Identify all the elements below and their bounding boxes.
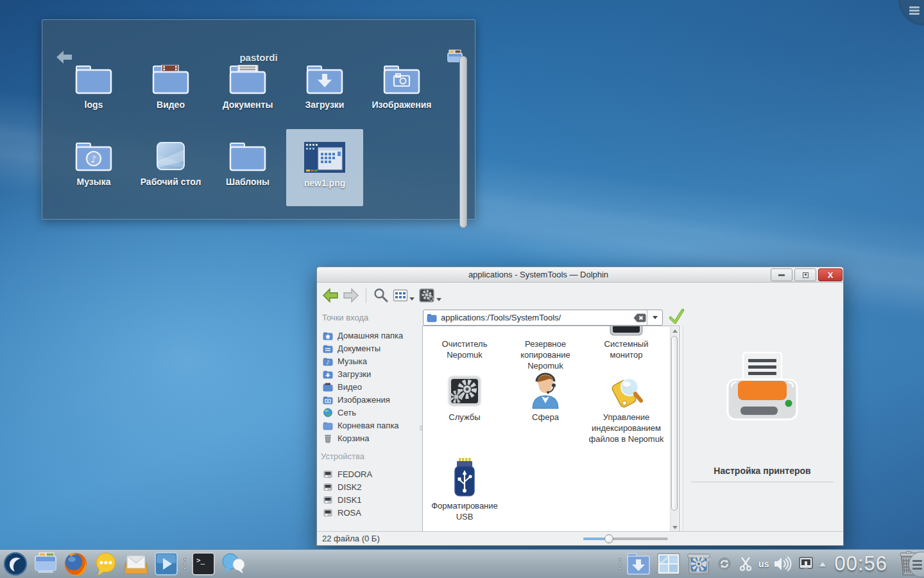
folder-item-templates[interactable]: Шаблоны <box>209 129 286 206</box>
location-bar[interactable]: applications:/Tools/SystemTools/ <box>423 310 663 326</box>
tray-klipper-icon[interactable] <box>737 551 754 577</box>
back-arrow-icon <box>322 288 339 303</box>
tray-sync-icon[interactable] <box>716 551 733 577</box>
file-label: Сфера <box>508 412 583 423</box>
folder-view-scrollbar[interactable] <box>459 56 467 228</box>
file-label: Резервное копирование Nepomuk <box>508 338 583 371</box>
zoom-slider[interactable] <box>583 538 668 540</box>
support-person-icon <box>505 372 586 410</box>
file-sphere[interactable]: Сфера <box>505 372 586 444</box>
folder-item-video[interactable]: Видео <box>132 52 209 129</box>
file-system-monitor[interactable]: Системный монитор <box>586 326 667 371</box>
close-button[interactable]: X <box>818 268 843 281</box>
device-monitor-icon <box>798 556 814 572</box>
device-label: FEDORA <box>338 469 372 479</box>
kopete-launcher[interactable] <box>221 551 246 577</box>
keyboard-layout-indicator[interactable]: us <box>758 559 769 569</box>
file-usb-format[interactable]: Форматирование USB <box>424 457 505 522</box>
file-nepomuk-cleaner[interactable]: Очиститель Nepomuk <box>424 326 505 371</box>
speaker-icon <box>773 556 792 572</box>
dolphin-toolbar <box>317 283 843 307</box>
digital-clock[interactable]: 00:56 <box>834 552 887 575</box>
file-nepomuk-indexing[interactable]: Управление индексированием файлов в Nepo… <box>586 372 667 444</box>
folder-item-music[interactable]: ♪ Музыка <box>55 129 132 206</box>
place-root[interactable]: Корневая папка <box>317 419 422 432</box>
file-view[interactable]: Очиститель Nepomuk Резервное копирование… <box>422 326 680 532</box>
location-text[interactable]: applications:/Tools/SystemTools/ <box>441 313 633 322</box>
minimize-button[interactable] <box>771 268 792 281</box>
place-label: Корневая папка <box>338 421 399 430</box>
device-rosa[interactable]: ROSA <box>317 506 422 519</box>
minimize-icon <box>778 274 785 276</box>
printer-icon <box>723 351 802 426</box>
zoom-slider-knob[interactable] <box>604 534 613 543</box>
search-button[interactable] <box>373 287 389 303</box>
back-button[interactable] <box>322 288 339 303</box>
forward-button[interactable] <box>343 288 359 303</box>
file-view-scrollbar[interactable] <box>670 327 678 531</box>
view-mode-button[interactable] <box>393 288 415 303</box>
pager-widget[interactable] <box>656 551 681 577</box>
tools-button[interactable] <box>418 287 441 304</box>
firefox-launcher[interactable] <box>63 551 89 577</box>
tray-device-notifier-icon[interactable] <box>797 551 815 577</box>
location-dropdown-button[interactable] <box>647 310 662 325</box>
chat-bubbles-icon <box>221 552 246 576</box>
panel-separator <box>184 556 186 572</box>
folder-item-new1-png[interactable]: new1.png <box>286 129 363 206</box>
window-titlebar[interactable]: applications - SystemTools — Dolphin X <box>317 267 843 283</box>
tray-expand-icon[interactable] <box>819 562 826 566</box>
file-manager-launcher[interactable] <box>33 551 58 577</box>
info-panel-label: Настройка принтеров <box>683 466 841 476</box>
system-settings-launcher[interactable] <box>686 551 712 577</box>
dropdown-caret-icon <box>653 316 658 319</box>
place-home[interactable]: Домашняя папка <box>317 329 422 342</box>
place-downloads[interactable]: Загрузки <box>317 367 422 380</box>
place-label: Документы <box>338 344 381 353</box>
tray-volume-icon[interactable] <box>773 551 792 577</box>
scrollbar-thumb[interactable] <box>671 336 678 511</box>
konsole-launcher[interactable]: >_ <box>191 551 216 577</box>
dolphin-window: applications - SystemTools — Dolphin X <box>316 267 844 546</box>
device-disk2[interactable]: DISK2 <box>317 480 422 493</box>
place-label: Загрузки <box>338 369 371 379</box>
scrollbar-thumb[interactable] <box>459 56 467 228</box>
place-trash[interactable]: Корзина <box>317 432 422 444</box>
folder-item-images[interactable]: Изображения <box>363 52 440 129</box>
icons-view-icon <box>393 288 408 303</box>
info-panel-divider <box>691 482 834 482</box>
folder-item-logs[interactable]: logs <box>55 52 132 129</box>
folder-item-desktop[interactable]: Рабочий стол <box>132 129 209 206</box>
folder-item-documents[interactable]: Документы <box>209 52 286 129</box>
file-services[interactable]: Службы <box>424 372 505 444</box>
device-fedora[interactable]: FEDORA <box>317 468 422 480</box>
scroll-up-icon[interactable] <box>671 327 679 335</box>
apply-location-button[interactable] <box>668 308 685 328</box>
media-player-launcher[interactable] <box>153 551 179 577</box>
place-network[interactable]: Сеть <box>317 406 422 419</box>
file-nepomuk-backup[interactable]: Резервное копирование Nepomuk <box>505 326 586 371</box>
scroll-down-icon[interactable] <box>671 523 679 531</box>
place-video[interactable]: Видео <box>317 380 422 393</box>
place-documents[interactable]: Документы <box>317 342 422 355</box>
places-panel-header: Точки входа <box>322 313 368 322</box>
mail-launcher[interactable] <box>123 551 149 577</box>
folder-item-downloads[interactable]: Загрузки <box>286 52 363 129</box>
folder-video-icon <box>323 382 333 392</box>
mail-envelope-icon <box>123 552 149 576</box>
item-label: Загрузки <box>286 100 363 110</box>
place-music[interactable]: ♪ Музыка <box>317 355 422 367</box>
device-label: DISK1 <box>338 495 362 505</box>
folder-downloads-icon <box>306 65 343 94</box>
downloads-folder-widget[interactable] <box>626 551 651 577</box>
dropdown-caret-icon <box>436 298 441 301</box>
maximize-button[interactable] <box>794 268 816 281</box>
clear-location-button[interactable] <box>633 313 647 323</box>
tools-gear-icon <box>418 287 435 304</box>
device-disk1[interactable]: DISK1 <box>317 493 422 506</box>
place-images[interactable]: Изображения <box>317 393 422 406</box>
messenger-launcher[interactable] <box>93 551 119 577</box>
folder-video-icon <box>152 65 189 94</box>
item-label: Шаблоны <box>209 177 286 187</box>
launcher-menu-button[interactable] <box>3 551 28 577</box>
